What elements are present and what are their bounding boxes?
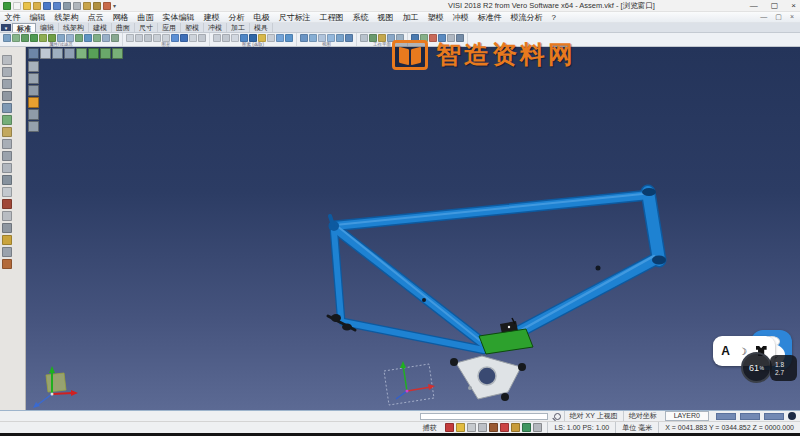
toolbar-icon[interactable] xyxy=(378,34,386,42)
snap-toggle-icon[interactable] xyxy=(467,423,476,432)
layer-color-box[interactable] xyxy=(716,413,736,420)
toolbar-icon[interactable] xyxy=(360,34,368,42)
toolbar-icon[interactable] xyxy=(258,34,266,42)
menu-item[interactable]: 编辑 xyxy=(25,12,50,23)
toolbar-icon[interactable] xyxy=(456,34,464,42)
dock-tool-icon[interactable] xyxy=(2,115,12,125)
menu-item[interactable]: 网格 xyxy=(108,12,133,23)
menu-item[interactable]: 加工 xyxy=(398,12,423,23)
toolbar-tab[interactable]: 应用 xyxy=(158,23,181,32)
quick-access-icon[interactable] xyxy=(3,2,11,10)
toolbar-icon[interactable] xyxy=(240,34,248,42)
toolbar-tab[interactable]: 塑模 xyxy=(181,23,204,32)
toolbar-icon[interactable] xyxy=(231,34,239,42)
toolbar-icon[interactable] xyxy=(111,34,119,42)
menu-item[interactable]: 电极 xyxy=(249,12,274,23)
toolbar-icon[interactable] xyxy=(93,34,101,42)
toolbar-tab[interactable]: 线架构 xyxy=(59,23,89,32)
toolbar-icon[interactable] xyxy=(144,34,152,42)
toolbar-icon[interactable] xyxy=(387,34,395,42)
menu-item[interactable]: 建模 xyxy=(199,12,224,23)
toolbar-icon[interactable] xyxy=(447,34,455,42)
toolbar-icon[interactable] xyxy=(276,34,284,42)
toolbar-tab[interactable]: 尺寸 xyxy=(135,23,158,32)
mdi-close-button[interactable]: × xyxy=(790,13,794,21)
close-button[interactable]: × xyxy=(791,0,796,12)
snap-toggle-icon[interactable] xyxy=(500,423,509,432)
mdi-minimize-button[interactable]: — xyxy=(760,13,767,21)
dock-tool-icon[interactable] xyxy=(2,235,12,245)
dock-tool-icon[interactable] xyxy=(2,151,12,161)
menu-item[interactable]: 点云 xyxy=(83,12,108,23)
menu-item[interactable]: 文件 xyxy=(0,12,25,23)
dock-tool-icon[interactable] xyxy=(2,55,12,65)
toolbar-icon[interactable] xyxy=(198,34,206,42)
menu-item[interactable]: 线架构 xyxy=(50,12,83,23)
viewport-tool-icon[interactable] xyxy=(76,48,87,59)
viewport-tool-icon[interactable] xyxy=(28,97,39,108)
menu-item[interactable]: 分析 xyxy=(224,12,249,23)
toolbar-icon[interactable] xyxy=(189,34,197,42)
toolbar-icon[interactable] xyxy=(249,34,257,42)
viewport-tool-icon[interactable] xyxy=(88,48,99,59)
menu-item[interactable]: 实体编辑 xyxy=(158,12,199,23)
line-style-box[interactable] xyxy=(740,413,760,420)
snap-toggle-icon[interactable] xyxy=(522,423,531,432)
ime-letter-a[interactable]: A xyxy=(721,344,730,358)
snap-toggle-icon[interactable] xyxy=(489,423,498,432)
toolbar-icon[interactable] xyxy=(318,34,326,42)
toolbar-tab[interactable]: 编辑 xyxy=(36,23,59,32)
viewport-tool-icon[interactable] xyxy=(64,48,75,59)
viewport-tool-icon[interactable] xyxy=(28,121,39,132)
snap-toggle-icon[interactable] xyxy=(533,423,542,432)
toolbar-icon[interactable] xyxy=(162,34,170,42)
toolbar-icon[interactable] xyxy=(75,34,83,42)
toolbar-icon[interactable] xyxy=(48,34,56,42)
toolbar-icon[interactable] xyxy=(153,34,161,42)
toolbar-icon[interactable] xyxy=(420,34,428,42)
toolbar-tab[interactable]: 冲模 xyxy=(204,23,227,32)
dock-tool-icon[interactable] xyxy=(2,139,12,149)
menu-item[interactable]: 标准件 xyxy=(473,12,506,23)
battery-percent-badge[interactable]: 61% xyxy=(741,352,772,383)
toolbar-icon[interactable] xyxy=(411,34,419,42)
toolbar-icon[interactable] xyxy=(438,34,446,42)
quick-access-icon[interactable] xyxy=(93,2,101,10)
toolbar-icon[interactable] xyxy=(135,34,143,42)
dock-tool-icon[interactable] xyxy=(2,199,12,209)
net-speed-panel[interactable]: 1.8 2.7 xyxy=(770,355,797,381)
dock-tool-icon[interactable] xyxy=(2,247,12,257)
maximize-button[interactable]: ▢ xyxy=(771,0,779,12)
toolbar-tab[interactable]: 建模 xyxy=(89,23,112,32)
snap-toggle-icon[interactable] xyxy=(456,423,465,432)
menu-item[interactable]: 曲面 xyxy=(133,12,158,23)
active-layer-cell[interactable]: LAYER0 xyxy=(665,411,709,421)
menu-item[interactable]: 系统 xyxy=(348,12,373,23)
dock-tool-icon[interactable] xyxy=(2,223,12,233)
dock-tool-icon[interactable] xyxy=(2,259,12,269)
color-dot-icon[interactable] xyxy=(788,412,796,420)
toolbar-icon[interactable] xyxy=(285,34,293,42)
menu-item[interactable]: 塑模 xyxy=(423,12,448,23)
toolbar-tab[interactable]: 标准 xyxy=(12,23,36,32)
toolbar-tab[interactable]: 模具 xyxy=(250,23,273,32)
minimize-button[interactable]: — xyxy=(750,0,758,12)
dock-tool-icon[interactable] xyxy=(2,127,12,137)
quick-access-icon[interactable] xyxy=(63,2,71,10)
toolbar-icon[interactable] xyxy=(171,34,179,42)
viewport-tool-icon[interactable] xyxy=(112,48,123,59)
menu-item[interactable]: 冲模 xyxy=(448,12,473,23)
menu-item[interactable]: ? xyxy=(547,12,560,23)
tab-menu-dropdown-icon[interactable]: ▾ xyxy=(1,24,11,31)
menu-item[interactable]: 工程图 xyxy=(315,12,348,23)
bicycle-frame-model[interactable] xyxy=(26,47,800,410)
workplane-indicator-cell[interactable]: 绝对 XY 上视图 xyxy=(564,411,623,421)
viewport-tool-icon[interactable] xyxy=(100,48,111,59)
dock-tool-icon[interactable] xyxy=(2,187,12,197)
menu-item[interactable]: 视图 xyxy=(373,12,398,23)
search-icon[interactable] xyxy=(554,413,561,420)
toolbar-icon[interactable] xyxy=(309,34,317,42)
dock-tool-icon[interactable] xyxy=(2,79,12,89)
quick-access-icon[interactable] xyxy=(53,2,61,10)
toolbar-icon[interactable] xyxy=(267,34,275,42)
